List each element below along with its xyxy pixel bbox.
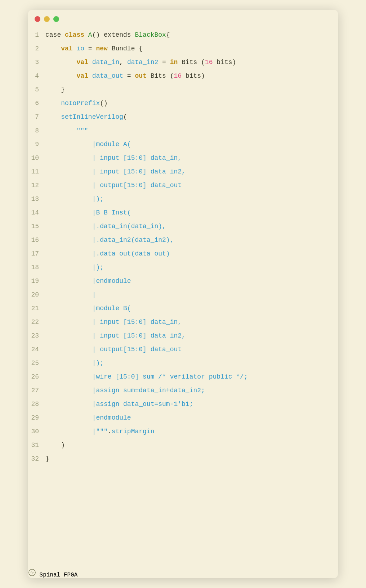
- line-number: 6: [28, 100, 45, 107]
- token: [45, 277, 92, 285]
- token: [45, 209, 92, 216]
- token: data_in: [92, 59, 120, 66]
- token: [45, 305, 92, 312]
- code-line: 5 }: [28, 84, 338, 98]
- line-content: |module B(: [45, 303, 131, 314]
- token: A: [88, 31, 92, 39]
- line-number: 21: [28, 305, 45, 312]
- token: out: [135, 72, 146, 80]
- token: [45, 346, 92, 353]
- token: |.data_in2(data_in2),: [92, 236, 174, 244]
- maximize-button[interactable]: [53, 16, 59, 22]
- line-content: |wire [15:0] sum /* verilator public */;: [45, 372, 248, 382]
- token: [45, 168, 92, 175]
- token: }: [45, 86, 65, 93]
- code-line: 16 |.data_in2(data_in2),: [28, 234, 338, 248]
- token: =: [158, 59, 170, 66]
- token: [45, 373, 92, 380]
- token: |.data_out(data_out): [92, 250, 170, 257]
- line-content: |endmodule: [45, 276, 131, 286]
- token: {: [166, 31, 170, 39]
- token: [45, 414, 92, 421]
- token: |: [92, 291, 96, 298]
- code-line: 25 |);: [28, 357, 338, 371]
- token: [45, 127, 76, 134]
- line-content: | input [15:0] data_in2,: [45, 331, 186, 341]
- token: [88, 59, 92, 66]
- line-content: |: [45, 290, 96, 300]
- token: (: [123, 113, 127, 121]
- token: io: [76, 45, 84, 52]
- line-number: 8: [28, 127, 45, 134]
- line-content: |endmodule: [45, 413, 131, 423]
- code-line: 26 |wire [15:0] sum /* verilator public …: [28, 371, 338, 385]
- token: |module B(: [92, 305, 131, 312]
- code-line: 9 |module A(: [28, 139, 338, 152]
- token: | input [15:0] data_in,: [92, 154, 182, 162]
- line-number: 31: [28, 442, 45, 449]
- token: }: [45, 455, 49, 462]
- line-number: 1: [28, 31, 45, 39]
- line-content: val data_out = out Bits (16 bits): [45, 71, 205, 81]
- token: | output[15:0] data_out: [92, 346, 182, 353]
- token: (): [100, 100, 108, 107]
- code-line: 14 |B B_Inst(: [28, 207, 338, 221]
- token: |endmodule: [92, 414, 131, 421]
- line-number: 2: [28, 45, 45, 52]
- token: .: [108, 428, 112, 435]
- token: |);: [92, 195, 104, 203]
- code-line: 4 val data_out = out Bits (16 bits): [28, 70, 338, 84]
- code-line: 20 |: [28, 289, 338, 303]
- brand: Spinal FPGA: [28, 569, 338, 578]
- token: [73, 45, 77, 52]
- line-content: val data_in, data_in2 = in Bits (16 bits…: [45, 57, 236, 68]
- code-line: 8 """: [28, 125, 338, 139]
- line-content: case class A() extends BlackBox{: [45, 30, 170, 40]
- brand-label: Spinal FPGA: [40, 572, 78, 578]
- token: [45, 387, 92, 394]
- token: Bundle {: [108, 45, 143, 52]
- line-number: 5: [28, 86, 45, 93]
- line-number: 32: [28, 455, 45, 462]
- token: [45, 154, 92, 162]
- token: |endmodule: [92, 277, 131, 285]
- code-line: 13 |);: [28, 193, 338, 207]
- code-line: 23 | input [15:0] data_in2,: [28, 330, 338, 344]
- line-number: 12: [28, 182, 45, 189]
- line-number: 20: [28, 291, 45, 298]
- code-line: 31 ): [28, 439, 338, 453]
- minimize-button[interactable]: [44, 16, 50, 22]
- token: [45, 195, 92, 203]
- code-line: 1case class A() extends BlackBox{: [28, 29, 338, 43]
- token: |assign data_out=sum-1'b1;: [92, 401, 193, 408]
- token: [45, 250, 92, 257]
- token: case: [45, 31, 65, 39]
- code-line: 21 |module B(: [28, 303, 338, 316]
- line-number: 19: [28, 277, 45, 285]
- line-number: 13: [28, 195, 45, 203]
- token: |module A(: [92, 141, 131, 148]
- token: [45, 141, 92, 148]
- line-number: 29: [28, 414, 45, 421]
- code-line: 11 | input [15:0] data_in2,: [28, 166, 338, 180]
- token: noIoPrefix: [61, 100, 100, 107]
- token: bits): [182, 72, 205, 80]
- line-number: 25: [28, 359, 45, 367]
- code-line: 30 |""".stripMargin: [28, 426, 338, 439]
- token: [45, 291, 92, 298]
- token: [45, 72, 76, 80]
- token: [45, 223, 92, 230]
- line-number: 14: [28, 209, 45, 216]
- token: | output[15:0] data_out: [92, 182, 182, 189]
- code-line: 24 | output[15:0] data_out: [28, 344, 338, 357]
- line-number: 24: [28, 346, 45, 353]
- line-content: | output[15:0] data_out: [45, 344, 182, 355]
- line-content: |B B_Inst(: [45, 208, 131, 218]
- line-number: 9: [28, 141, 45, 148]
- token: [45, 113, 61, 121]
- line-content: | input [15:0] data_in2,: [45, 167, 186, 177]
- close-button[interactable]: [35, 16, 40, 22]
- token: [45, 59, 76, 66]
- token: val: [61, 45, 72, 52]
- token: Bits (: [178, 59, 205, 66]
